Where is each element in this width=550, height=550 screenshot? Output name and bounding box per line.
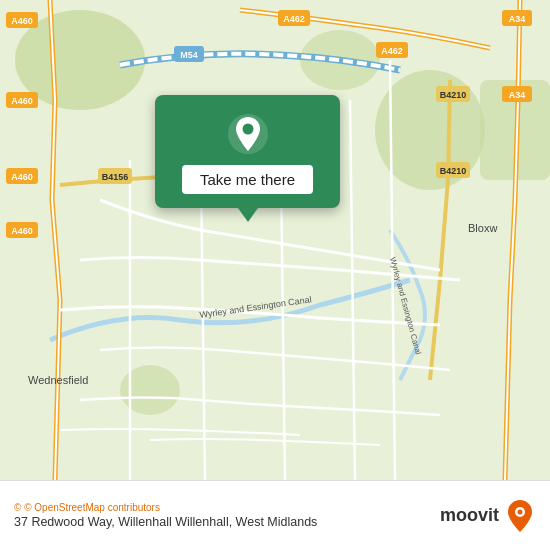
svg-text:A460: A460 <box>11 172 33 182</box>
location-pin-icon <box>227 113 269 155</box>
svg-text:A460: A460 <box>11 16 33 26</box>
moovit-pin-icon <box>504 498 536 534</box>
svg-text:Wednesfield: Wednesfield <box>28 374 88 386</box>
map-background: A460 A460 A460 A460 M54 A462 A462 B4156 … <box>0 0 550 480</box>
svg-text:M54: M54 <box>180 50 198 60</box>
location-popup: Take me there <box>155 95 340 208</box>
svg-text:B4210: B4210 <box>440 90 467 100</box>
svg-text:B4156: B4156 <box>102 172 129 182</box>
svg-point-37 <box>518 509 523 514</box>
take-me-there-button[interactable]: Take me there <box>182 165 313 194</box>
bottom-bar: © © OpenStreetMap contributors 37 Redwoo… <box>0 480 550 550</box>
svg-text:A34: A34 <box>509 14 526 24</box>
svg-text:A34: A34 <box>509 90 526 100</box>
map-svg: A460 A460 A460 A460 M54 A462 A462 B4156 … <box>0 0 550 480</box>
bottom-left-info: © © OpenStreetMap contributors 37 Redwoo… <box>14 502 317 529</box>
osm-copyright-symbol: © <box>14 502 21 513</box>
address-text: 37 Redwood Way, Willenhall Willenhall, W… <box>14 515 317 529</box>
moovit-logo-text: moovit <box>440 505 499 526</box>
svg-text:A460: A460 <box>11 226 33 236</box>
svg-text:A462: A462 <box>283 14 305 24</box>
osm-credit-text: © OpenStreetMap contributors <box>24 502 160 513</box>
svg-text:B4210: B4210 <box>440 166 467 176</box>
svg-point-35 <box>242 124 253 135</box>
svg-text:Bloxw: Bloxw <box>468 222 497 234</box>
osm-credit: © © OpenStreetMap contributors <box>14 502 317 513</box>
svg-text:A460: A460 <box>11 96 33 106</box>
moovit-logo: moovit <box>440 498 536 534</box>
svg-text:A462: A462 <box>381 46 403 56</box>
